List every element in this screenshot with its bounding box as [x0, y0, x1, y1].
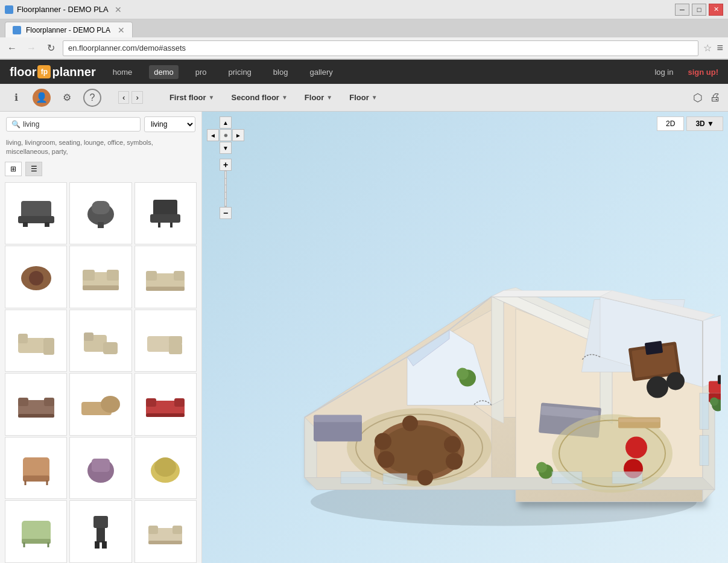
nav-empty-tr — [232, 116, 244, 129]
item-15[interactable] — [135, 437, 197, 499]
view-3d-btn[interactable]: 3D ▼ — [686, 116, 723, 131]
nav-empty-bl — [207, 142, 219, 154]
svg-rect-32 — [44, 398, 54, 406]
close-btn[interactable]: ✕ — [709, 4, 723, 16]
canvas-area[interactable]: ▲ ◄ ⊕ ► ▼ + − — [202, 112, 728, 563]
item-11[interactable] — [69, 373, 131, 435]
floor-tab-second[interactable]: Second floor ▼ — [224, 89, 294, 106]
refresh-btn[interactable]: ↻ — [43, 41, 58, 56]
title-bar: Floorplanner - DEMO PLA ✕ ─ □ ✕ — [0, 0, 728, 19]
item-3[interactable] — [135, 182, 197, 244]
view-3d-label: 3D ▼ — [695, 119, 714, 128]
floor-tab-fourth-label: Floor — [349, 93, 369, 102]
list-view-btn[interactable]: ☰ — [25, 162, 42, 176]
svg-rect-80 — [644, 340, 663, 355]
item-5[interactable] — [69, 246, 131, 308]
signup-link[interactable]: sign up! — [688, 68, 718, 77]
item-6[interactable] — [135, 246, 197, 308]
nav-left-btn[interactable]: ◄ — [207, 129, 219, 141]
floor-tab-third[interactable]: Floor ▼ — [297, 89, 340, 106]
zoom-in-btn[interactable]: + — [220, 159, 232, 171]
share-btn[interactable]: ⬡ — [693, 91, 703, 104]
nav-up-btn[interactable]: ▲ — [220, 116, 232, 129]
user-icon: 👤 — [36, 92, 48, 103]
svg-point-82 — [666, 372, 685, 390]
svg-point-12 — [29, 271, 43, 285]
item-8[interactable] — [69, 310, 131, 372]
prev-floor-btn[interactable]: ‹ — [118, 91, 129, 104]
back-btn[interactable]: ← — [5, 41, 19, 56]
item-7[interactable] — [5, 310, 67, 372]
search-input[interactable] — [23, 120, 135, 129]
svg-rect-113 — [383, 473, 407, 484]
item-17[interactable] — [69, 500, 131, 562]
tab-icon — [13, 26, 21, 34]
view-2d-btn[interactable]: 2D — [657, 116, 684, 131]
item-14[interactable] — [69, 437, 131, 499]
item-9[interactable] — [135, 310, 197, 372]
help-icon-btn[interactable]: ? — [83, 89, 101, 107]
grid-view-btn[interactable]: ⊞ — [5, 162, 22, 176]
zoom-out-btn[interactable]: − — [220, 207, 232, 219]
maximize-btn[interactable]: □ — [692, 4, 706, 16]
svg-rect-49 — [22, 539, 51, 544]
svg-rect-105 — [314, 415, 362, 422]
user-icon-btn[interactable]: 👤 — [33, 89, 51, 107]
svg-rect-119 — [619, 418, 660, 422]
nav-down-btn[interactable]: ▼ — [220, 142, 232, 154]
bookmark-icon[interactable]: ☆ — [703, 42, 712, 54]
address-input[interactable] — [63, 40, 698, 56]
nav-home[interactable]: home — [108, 65, 138, 79]
nav-right-btn[interactable]: ► — [232, 129, 244, 141]
item-1[interactable] — [5, 182, 67, 244]
tab-close[interactable]: ✕ — [118, 25, 125, 35]
item-12[interactable] — [135, 373, 197, 435]
svg-rect-41 — [23, 476, 49, 482]
nav-demo[interactable]: demo — [149, 65, 179, 79]
zoom-tick-5 — [225, 199, 226, 206]
item-16[interactable] — [5, 500, 67, 562]
item-2[interactable] — [69, 182, 131, 244]
svg-rect-37 — [146, 398, 156, 407]
floorplan-svg — [262, 164, 721, 538]
svg-point-99 — [417, 469, 433, 485]
tab-label: Floorplanner - DEMO PLA — [26, 26, 110, 34]
floor-tab-third-label: Floor — [305, 93, 324, 102]
browser-tab[interactable]: Floorplanner - DEMO PLA ✕ — [5, 22, 133, 37]
info-icon-btn[interactable]: ℹ — [7, 89, 25, 107]
forward-btn[interactable]: → — [24, 41, 39, 56]
nav-center-btn[interactable]: ⊕ — [220, 129, 232, 141]
nav-pricing[interactable]: pricing — [224, 65, 256, 79]
svg-rect-39 — [146, 413, 185, 417]
tab-close-btn[interactable]: ✕ — [115, 5, 122, 14]
browser-menu-icon[interactable]: ≡ — [717, 42, 723, 54]
svg-rect-111 — [700, 435, 709, 465]
svg-point-87 — [710, 397, 718, 406]
item-13[interactable] — [5, 437, 67, 499]
item-4[interactable] — [5, 246, 67, 308]
nav-blog[interactable]: blog — [268, 65, 293, 79]
next-floor-btn[interactable]: › — [131, 91, 142, 104]
tags-row: living, livingroom, seating, lounge, off… — [0, 137, 201, 162]
login-link[interactable]: log in — [650, 65, 678, 79]
floor-tab-first[interactable]: First floor ▼ — [162, 89, 222, 106]
nav-gallery[interactable]: gallery — [305, 65, 337, 79]
svg-rect-55 — [102, 541, 107, 549]
item-18[interactable] — [135, 500, 197, 562]
category-select[interactable]: living bedroom kitchen bathroom office — [144, 116, 195, 132]
print-btn[interactable]: 🖨 — [710, 91, 721, 104]
svg-rect-33 — [18, 414, 54, 418]
svg-rect-38 — [174, 398, 185, 407]
settings-icon-btn[interactable]: ⚙ — [58, 89, 76, 107]
nav-pro[interactable]: pro — [191, 65, 212, 79]
svg-rect-26 — [84, 332, 93, 341]
svg-marker-68 — [492, 290, 504, 405]
item-10[interactable] — [5, 373, 67, 435]
floor-tab-fourth[interactable]: Floor ▼ — [342, 89, 384, 106]
settings-icon: ⚙ — [63, 92, 71, 103]
info-icon: ℹ — [14, 92, 18, 103]
minimize-btn[interactable]: ─ — [675, 4, 689, 16]
items-grid — [0, 180, 201, 563]
svg-point-109 — [536, 462, 547, 472]
svg-rect-2 — [23, 222, 28, 227]
